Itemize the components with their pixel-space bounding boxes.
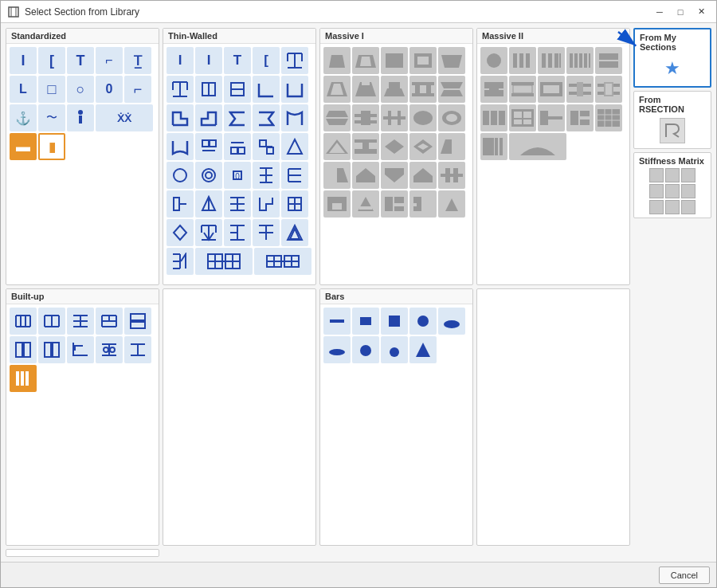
bu-icon-3[interactable] [67, 308, 94, 335]
bu-icon-4[interactable] [96, 308, 123, 335]
tw-icon-22[interactable] [195, 162, 222, 189]
mi-icon-1[interactable] [323, 47, 351, 74]
mi-icon-12[interactable] [352, 104, 379, 131]
mi-icon-2[interactable] [352, 47, 379, 74]
mii-icon-4[interactable] [566, 47, 594, 74]
tw-icon-18[interactable] [224, 133, 251, 160]
tw-icon-9[interactable] [253, 76, 280, 103]
std-icon-orange2[interactable]: ▮ [38, 133, 65, 160]
tw-icon-13[interactable] [224, 104, 251, 131]
mii-icon-14[interactable] [566, 104, 594, 131]
tw-icon-23[interactable]: 0 [224, 162, 251, 189]
std-icon-11[interactable]: ⚓ [10, 104, 37, 131]
tw-icon-3[interactable]: T [224, 47, 251, 74]
mi-icon-8[interactable] [381, 76, 408, 103]
bar-icon-4[interactable] [409, 308, 437, 335]
tw-icon-30[interactable] [281, 190, 308, 218]
tw-icon-4[interactable]: [ [253, 47, 280, 74]
bu-icon-9[interactable] [96, 336, 123, 363]
mi-icon-28[interactable] [381, 190, 408, 218]
bar-icon-3[interactable] [381, 308, 408, 335]
tw-icon-2[interactable]: I [195, 47, 222, 74]
mii-icon-3[interactable] [538, 47, 565, 74]
mi-icon-6[interactable] [323, 76, 351, 103]
tw-icon-17[interactable] [195, 133, 222, 160]
mi-icon-3[interactable] [381, 47, 408, 74]
close-button[interactable]: ✕ [692, 4, 710, 20]
tw-icon-38[interactable] [254, 248, 311, 275]
bu-icon-8[interactable] [67, 336, 94, 363]
mii-icon-12[interactable] [509, 104, 536, 131]
std-icon-12[interactable]: 〜 [38, 104, 65, 131]
maximize-button[interactable]: □ [672, 4, 689, 20]
tw-icon-1[interactable]: I [167, 47, 194, 74]
tw-icon-8[interactable] [224, 76, 251, 103]
from-my-sections-card[interactable]: From My Sections ★ [633, 28, 711, 88]
bar-icon-9[interactable] [409, 336, 437, 363]
mii-icon-17[interactable] [509, 133, 566, 160]
tw-icon-36[interactable] [167, 248, 194, 275]
std-icon-4[interactable]: ⌐ [96, 47, 123, 74]
tw-icon-5[interactable] [281, 47, 308, 74]
mi-icon-19[interactable] [409, 133, 437, 160]
mii-icon-1[interactable] [480, 47, 507, 74]
mi-icon-7[interactable] [352, 76, 379, 103]
bar-icon-7[interactable] [352, 336, 379, 363]
tw-icon-27[interactable] [195, 190, 222, 218]
mii-icon-13[interactable] [538, 104, 565, 131]
tw-icon-15[interactable] [281, 104, 308, 131]
std-icon-9[interactable]: 0 [96, 76, 123, 103]
mi-icon-14[interactable] [409, 104, 437, 131]
mii-icon-15[interactable] [595, 104, 622, 131]
mi-icon-23[interactable] [381, 162, 408, 189]
cancel-button[interactable]: Cancel [659, 566, 710, 584]
bu-icon-1[interactable] [10, 308, 37, 335]
mii-icon-5[interactable] [595, 47, 622, 74]
bu-icon-10[interactable] [124, 336, 151, 363]
mi-icon-26[interactable] [323, 190, 351, 218]
bu-icon-7[interactable] [38, 336, 65, 363]
mii-icon-8[interactable] [538, 76, 565, 103]
bu-icon-orange[interactable] [10, 365, 37, 392]
std-icon-orange1[interactable]: ▬ [10, 133, 37, 160]
mi-icon-24[interactable] [409, 162, 437, 189]
mi-icon-11[interactable] [323, 104, 351, 131]
std-icon-6[interactable]: L [10, 76, 37, 103]
tw-icon-29[interactable] [253, 190, 280, 218]
std-icon-14[interactable]: ẊẊ [96, 104, 153, 131]
mi-icon-13[interactable] [381, 104, 408, 131]
std-icon-8[interactable]: ○ [67, 76, 94, 103]
tw-icon-33[interactable] [224, 219, 251, 246]
mi-icon-27[interactable] [352, 190, 379, 218]
mi-icon-15[interactable] [438, 104, 465, 131]
tw-icon-14[interactable] [253, 104, 280, 131]
bar-icon-5[interactable] [438, 308, 465, 335]
std-icon-3[interactable]: T [67, 47, 94, 74]
mi-icon-18[interactable] [381, 133, 408, 160]
mi-icon-29[interactable] [409, 190, 437, 218]
tw-icon-7[interactable] [195, 76, 222, 103]
bu-icon-2[interactable] [38, 308, 65, 335]
tw-icon-6[interactable] [167, 76, 194, 103]
mi-icon-9[interactable] [409, 76, 437, 103]
tw-icon-12[interactable] [195, 104, 222, 131]
std-icon-13[interactable] [67, 104, 94, 131]
std-icon-5[interactable]: T̲ [124, 47, 151, 74]
tw-icon-26[interactable] [167, 190, 194, 218]
std-icon-1[interactable]: I [10, 47, 37, 74]
mi-icon-22[interactable] [352, 162, 379, 189]
tw-icon-21[interactable] [167, 162, 194, 189]
mii-icon-9[interactable] [566, 76, 594, 103]
tw-icon-16[interactable] [167, 133, 194, 160]
tw-icon-24[interactable] [253, 162, 280, 189]
bu-icon-6[interactable] [10, 336, 37, 363]
mi-icon-20[interactable] [438, 133, 465, 160]
mii-icon-10[interactable] [595, 76, 622, 103]
mi-icon-10[interactable] [438, 76, 465, 103]
mi-icon-17[interactable] [352, 133, 379, 160]
mi-icon-4[interactable] [409, 47, 437, 74]
tw-icon-11[interactable] [167, 104, 194, 131]
mii-icon-16[interactable] [480, 133, 507, 160]
mi-icon-21[interactable] [323, 162, 351, 189]
std-icon-2[interactable]: [ [38, 47, 65, 74]
